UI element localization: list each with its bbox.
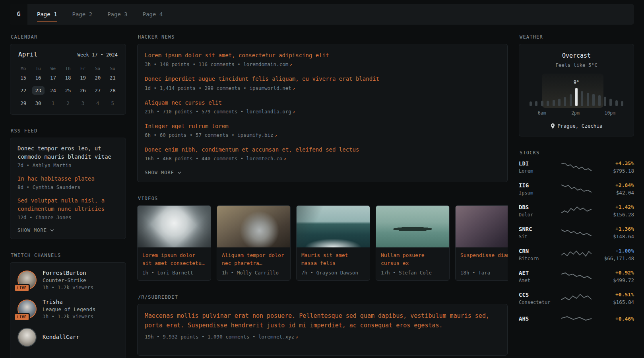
hackernews-item-title[interactable]: Donec imperdiet augue tincidunt felis al… [145, 75, 500, 83]
stock-row[interactable]: AET Amet +0.92% $499.72 [519, 270, 634, 283]
weather-bar [598, 95, 601, 106]
stock-sparkline [561, 227, 592, 239]
video-meta: 17h • Stefan Cole [381, 270, 444, 276]
hackernews-item-meta: 3h • 148 points • 116 comments • loremdo… [145, 61, 500, 67]
video-card[interactable]: Mauris sit amet massa felis 7h • Grayson… [296, 205, 370, 281]
subreddit-post-title[interactable]: Maecenas mollis pulvinar erat non posuer… [145, 311, 500, 330]
calendar-week-label: Week 17 • 2024 [78, 52, 118, 58]
stock-symbol: LDI [519, 160, 561, 167]
calendar-weekday: Th [60, 66, 75, 71]
stock-row[interactable]: LDI Lorem +4.35% $795.18 [519, 160, 634, 174]
hackernews-section-title: HACKER NEWS [138, 34, 508, 40]
video-card[interactable]: Nullam posuere cursus ex 17h • Stefan Co… [376, 205, 450, 281]
rss-item: Sed volutpat nulla nisl, a condimentum n… [17, 197, 118, 220]
weather-bar [564, 97, 566, 106]
weather-bar [558, 99, 561, 106]
video-title: Nullam posuere cursus ex [381, 251, 444, 267]
twitch-channel-info: ForrestBurton Counter-Strike 1h • 1.7k v… [43, 270, 93, 290]
stock-symbol: AHS [519, 315, 561, 322]
stock-name: Dolor [519, 212, 561, 218]
weather-location: Prague, Czechia [527, 123, 626, 129]
calendar-weekday: Tu [31, 66, 45, 71]
hackernews-item: Lorem ipsum dolor sit amet, consectetur … [145, 51, 500, 67]
stock-price: $795.18 [592, 168, 634, 174]
stock-row[interactable]: SNRC Sit +1.36% $148.64 [519, 226, 634, 239]
location-pin-icon [551, 123, 555, 129]
hackernews-item-meta: 21h • 710 points • 579 comments • loreml… [145, 109, 500, 115]
weather-peak-temp: 9° [574, 80, 579, 85]
calendar-month: April [18, 51, 37, 58]
twitch-channel-meta: 3h • 1.2k viewers [43, 313, 95, 319]
stock-sparkline [561, 292, 592, 304]
rss-section-title: RSS FEED [11, 128, 126, 134]
video-title: Aliquam tempor dolor nec pharetra… [222, 251, 285, 267]
stock-change: +0.51% [592, 292, 634, 298]
twitch-channel[interactable]: LIVE ForrestBurton Counter-Strike 1h • 1… [17, 270, 118, 290]
rss-item-title[interactable]: Sed volutpat nulla nisl, a condimentum n… [17, 197, 118, 213]
videos-section-title: VIDEOS [138, 196, 508, 201]
calendar-day-next-month: 5 [105, 97, 120, 109]
video-meta: 7h • Grayson Dawson [301, 270, 365, 276]
calendar-day: 21 [105, 71, 120, 84]
video-meta: 1h • Molly Carrillo [222, 270, 285, 276]
rss-item: In hac habitasse platea 8d • Cynthia Sau… [17, 175, 118, 190]
calendar-day: 19 [76, 71, 90, 84]
rss-item-title[interactable]: In hac habitasse platea [17, 175, 118, 183]
stock-change: +4.35% [592, 160, 634, 166]
rss-item: Donec tempor eros leo, ut commodo mauris… [17, 144, 118, 168]
stock-name: Amet [519, 278, 561, 283]
weather-bar [592, 94, 595, 106]
weather-time-label: 2pm [571, 110, 580, 116]
weather-widget: Overcast Feels like 5°C 9° 6am 2pm 10pm … [519, 44, 634, 136]
right-column: WEATHER Overcast Feels like 5°C 9° 6am 2… [519, 34, 634, 334]
video-card[interactable]: Aliquam tempor dolor nec pharetra… 1h • … [217, 205, 291, 281]
external-link-icon: ↗ [283, 156, 286, 161]
calendar-day: 17 [46, 71, 60, 84]
twitch-channel-name: KendallCarr [43, 334, 80, 340]
video-card[interactable]: Lorem ipsum dolor sit amet consectetu… 1… [137, 205, 211, 281]
external-link-icon: ↗ [275, 133, 277, 138]
video-title: Mauris sit amet massa felis [301, 251, 365, 267]
weather-bar [604, 97, 606, 106]
stock-price: $165.84 [592, 299, 634, 305]
hackernews-show-more-button[interactable]: SHOW MORE [145, 170, 181, 175]
tab-page-1[interactable]: Page 1 [37, 4, 57, 25]
calendar-section-title: CALENDAR [11, 34, 126, 40]
weather-time-label: 6am [538, 110, 546, 116]
videos-widget: Lorem ipsum dolor sit amet consectetu… 1… [137, 205, 508, 281]
hackernews-item-title[interactable]: Integer eget rutrum lorem [145, 122, 500, 130]
hackernews-item-title[interactable]: Donec enim nibh, condimentum et accumsan… [145, 146, 500, 154]
tab-page-3[interactable]: Page 3 [107, 4, 128, 25]
stock-name: Lorem [519, 168, 561, 174]
stock-row[interactable]: AHS +0.46% [519, 313, 634, 325]
middle-column: HACKER NEWS Lorem ipsum dolor sit amet, … [137, 34, 508, 356]
stock-change: +0.46% [592, 316, 634, 322]
calendar-day: 25 [60, 84, 75, 97]
stock-row[interactable]: IIG Ipsum +2.84% $42.04 [519, 182, 634, 196]
hackernews-item: Donec imperdiet augue tincidunt felis al… [145, 75, 500, 91]
twitch-channel[interactable]: KendallCarr [17, 328, 118, 347]
stocks-section-title: STOCKS [520, 150, 634, 156]
stock-row[interactable]: CRN Bitcorn -1.00% $66,171.48 [519, 248, 634, 261]
calendar-day: 15 [16, 71, 31, 84]
chevron-down-icon [177, 171, 181, 174]
twitch-channel[interactable]: LIVE Trisha League of Legends 3h • 1.2k … [17, 299, 118, 319]
twitch-widget: LIVE ForrestBurton Counter-Strike 1h • 1… [10, 262, 126, 358]
stock-row[interactable]: DBS Dolor +1.42% $156.28 [519, 204, 634, 218]
stock-row[interactable]: CCS Consectetur +0.51% $165.84 [519, 292, 634, 305]
rss-item-title[interactable]: Donec tempor eros leo, ut commodo mauris… [17, 144, 118, 161]
calendar-weekday: Fr [76, 66, 90, 71]
hackernews-item-title[interactable]: Aliquam nec cursus elit [145, 99, 500, 107]
hackernews-item-title[interactable]: Lorem ipsum dolor sit amet, consectetur … [145, 51, 500, 59]
rss-show-more-button[interactable]: SHOW MORE [17, 228, 54, 233]
chevron-down-icon [50, 229, 54, 232]
calendar-day: 26 [76, 84, 90, 97]
video-card[interactable]: Suspendisse diam 18h • Tara [455, 205, 508, 281]
twitch-section-title: TWITCH CHANNELS [11, 253, 126, 258]
tab-page-4[interactable]: Page 4 [143, 4, 163, 25]
tab-page-2[interactable]: Page 2 [72, 4, 93, 25]
rss-item-meta: 8d • Cynthia Saunders [17, 184, 118, 190]
stock-name: Sit [519, 234, 561, 239]
stock-change: -1.00% [592, 248, 634, 254]
hackernews-item: Integer eget rutrum lorem 6h • 60 points… [145, 122, 500, 138]
